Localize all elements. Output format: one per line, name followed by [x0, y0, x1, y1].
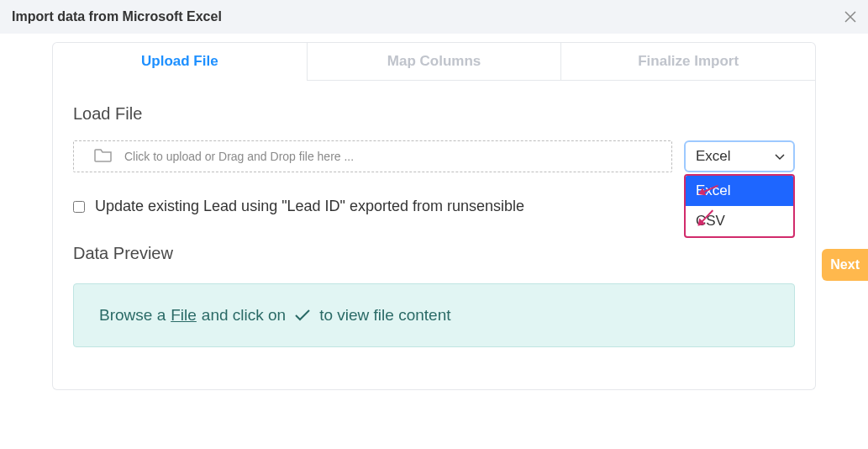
- next-button[interactable]: Next: [822, 249, 868, 281]
- file-type-option-excel[interactable]: Excel: [686, 176, 793, 206]
- file-type-dropdown: Excel CSV: [684, 174, 795, 238]
- info-text-suffix: to view file content: [319, 306, 450, 325]
- file-type-option-csv[interactable]: CSV: [686, 206, 793, 236]
- file-type-selected-value: Excel: [696, 148, 731, 165]
- close-icon[interactable]: [844, 8, 856, 25]
- tab-finalize-import[interactable]: Finalize Import: [561, 42, 816, 81]
- upload-panel: Load File Click to upload or Drag and Dr…: [52, 81, 816, 390]
- modal-title: Import data from Microsoft Excel: [12, 9, 222, 24]
- tab-bar: Upload File Map Columns Finalize Import: [52, 42, 816, 81]
- file-type-select[interactable]: Excel: [684, 140, 795, 172]
- tab-map-columns[interactable]: Map Columns: [308, 42, 562, 81]
- file-type-select-wrap: Excel Excel CSV: [684, 140, 795, 172]
- preview-info-box: Browse a File and click on to view file …: [73, 283, 795, 347]
- info-text-middle: and click on: [202, 306, 286, 325]
- tab-upload-file[interactable]: Upload File: [52, 42, 308, 81]
- update-existing-checkbox[interactable]: [73, 201, 85, 213]
- load-file-heading: Load File: [73, 104, 795, 124]
- info-text-prefix: Browse a: [99, 306, 166, 325]
- dropzone-text: Click to upload or Drag and Drop file he…: [124, 150, 354, 163]
- folder-icon: [94, 148, 113, 166]
- chevron-down-icon: [775, 148, 785, 165]
- update-existing-label: Update existing Lead using "Lead ID" exp…: [95, 198, 524, 215]
- check-icon: [294, 309, 311, 322]
- info-file-word: File: [171, 306, 197, 325]
- data-preview-heading: Data Preview: [73, 244, 795, 263]
- file-dropzone[interactable]: Click to upload or Drag and Drop file he…: [73, 140, 672, 172]
